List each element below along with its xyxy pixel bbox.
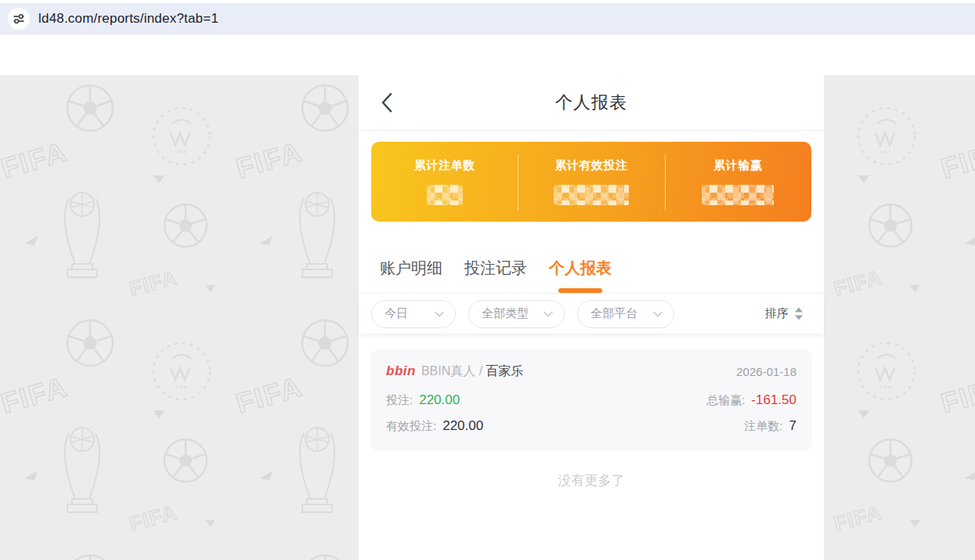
no-more-data-text: 没有更多了 <box>359 471 824 490</box>
chevron-down-icon <box>653 311 663 317</box>
summary-bet-count: 累计注单数 <box>371 142 518 222</box>
tab-account-details[interactable]: 账户明细 <box>380 258 442 293</box>
date-filter-label: 今日 <box>385 306 408 321</box>
report-row-totals: 有效投注: 220.00 注单数: 7 <box>386 417 796 435</box>
bbin-logo: bbin <box>386 363 416 379</box>
browser-url-bar[interactable]: ld48.com/reports/index?tab=1 <box>0 3 975 34</box>
tab-bet-records[interactable]: 投注记录 <box>464 258 527 293</box>
win-loss-label: 总输赢: <box>706 393 745 408</box>
sort-arrows-icon <box>794 307 803 320</box>
filter-bar: 今日 全部类型 全部平台 排序 <box>359 294 824 334</box>
sort-label: 排序 <box>765 306 789 321</box>
back-button[interactable] <box>381 91 401 114</box>
summary-label: 累计有效投注 <box>554 158 627 173</box>
chevron-down-icon <box>543 311 553 317</box>
chevron-down-icon <box>435 311 444 317</box>
app-view: 个人报表 累计注单数 累计有效投注 累计输赢 账户明细 投注记录 个人报表 今日… <box>359 34 824 560</box>
game-name: 百家乐 <box>486 363 523 380</box>
summary-label: 累计输赢 <box>713 158 762 173</box>
bet-count-label: 注单数: <box>744 419 782 434</box>
url-text[interactable]: ld48.com/reports/index?tab=1 <box>38 11 218 27</box>
chevron-left-icon <box>381 92 393 113</box>
type-filter-label: 全部类型 <box>482 306 529 321</box>
valid-bet-value: 220.00 <box>442 418 483 434</box>
platform-filter-label: 全部平台 <box>590 306 637 321</box>
type-filter-dropdown[interactable]: 全部类型 <box>468 300 565 328</box>
report-row-header: bbin BBIN真人 / 百家乐 2026-01-18 <box>386 362 796 381</box>
summary-valid-bets: 累计有效投注 <box>518 142 664 222</box>
bet-label: 投注: <box>386 393 413 408</box>
win-loss-value: -161.50 <box>751 392 796 408</box>
bet-count-value: 7 <box>789 418 796 434</box>
site-settings-button[interactable] <box>8 8 30 30</box>
redacted-value <box>702 185 774 205</box>
app-header: 个人报表 <box>359 75 824 131</box>
redacted-value <box>427 185 463 205</box>
tune-icon <box>13 13 24 24</box>
summary-win-loss: 累计输赢 <box>665 142 811 222</box>
platform-name: BBIN真人 / <box>421 363 482 380</box>
report-row[interactable]: bbin BBIN真人 / 百家乐 2026-01-18 投注: 220.00 … <box>370 349 812 451</box>
sort-control[interactable]: 排序 <box>765 306 803 321</box>
tab-bar: 账户明细 投注记录 个人报表 <box>359 222 824 294</box>
valid-bet-label: 有效投注: <box>386 419 436 434</box>
summary-label: 累计注单数 <box>414 158 475 173</box>
redacted-value <box>554 185 629 205</box>
top-spacer <box>359 34 824 75</box>
page-title: 个人报表 <box>555 91 627 114</box>
platform-filter-dropdown[interactable]: 全部平台 <box>577 300 674 328</box>
bet-value: 220.00 <box>419 392 460 408</box>
report-date: 2026-01-18 <box>736 365 796 378</box>
summary-card: 累计注单数 累计有效投注 累计输赢 <box>371 142 811 222</box>
date-filter-dropdown[interactable]: 今日 <box>371 300 456 328</box>
tab-personal-report[interactable]: 个人报表 <box>549 258 612 293</box>
report-row-amounts: 投注: 220.00 总输赢: -161.50 <box>386 391 796 410</box>
